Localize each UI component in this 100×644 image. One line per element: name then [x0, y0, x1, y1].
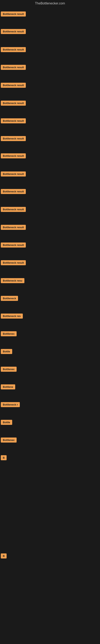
- bottleneck-item: Bottleneck result: [1, 12, 26, 17]
- bottleneck-item: B: [1, 554, 7, 559]
- bottleneck-badge[interactable]: B: [1, 455, 7, 460]
- items-container: [0, 8, 100, 12]
- bottleneck-item: Bottle: [1, 420, 12, 426]
- bottleneck-badge[interactable]: Bottle: [1, 420, 12, 425]
- bottleneck-item: Bottle: [1, 349, 12, 355]
- bottleneck-badge[interactable]: Bottle: [1, 349, 12, 354]
- bottleneck-item: Bottlenec: [1, 331, 17, 337]
- bottleneck-item: Bottleneck result: [1, 29, 26, 35]
- bottleneck-badge[interactable]: Bottlenec: [1, 438, 17, 442]
- bottleneck-item: Bottleneck result: [1, 100, 26, 106]
- bottleneck-badge[interactable]: Bottlenec: [1, 367, 17, 372]
- bottleneck-badge[interactable]: Bottleneck resu: [1, 278, 24, 283]
- bottleneck-item: Bottlenec: [1, 438, 17, 443]
- bottleneck-badge[interactable]: Bottleneck result: [1, 189, 26, 194]
- bottleneck-badge[interactable]: Bottleneck result: [1, 12, 26, 16]
- bottleneck-item: Bottleneck result: [1, 65, 26, 71]
- bottleneck-badge[interactable]: Bottleneck result: [1, 29, 26, 34]
- bottleneck-item: Bottleneck result: [1, 207, 26, 213]
- bottleneck-item: Bottleneck: [1, 296, 18, 302]
- bottleneck-item: Bottleneck result: [1, 118, 26, 124]
- bottleneck-badge[interactable]: Bottlene: [1, 384, 15, 390]
- bottleneck-item: Bottleneck result: [1, 153, 26, 159]
- bottleneck-item: Bottleneck resu: [1, 278, 24, 284]
- bottleneck-badge[interactable]: Bottleneck result: [1, 65, 26, 70]
- bottleneck-badge[interactable]: Bottleneck result: [1, 153, 26, 158]
- bottleneck-item: Bottleneck result: [1, 260, 26, 266]
- bottleneck-item: Bottleneck result: [1, 136, 26, 142]
- bottleneck-badge[interactable]: Bottleneck result: [1, 118, 26, 123]
- bottleneck-item: Bottleneck result: [1, 172, 26, 177]
- bottleneck-item: Bottleneck result: [1, 225, 26, 231]
- bottleneck-item: Bottleneck result: [1, 83, 26, 88]
- bottleneck-badge[interactable]: Bottleneck result: [1, 225, 26, 230]
- bottleneck-badge[interactable]: Bottleneck r: [1, 402, 20, 407]
- bottleneck-badge[interactable]: Bottleneck result: [1, 47, 26, 52]
- bottleneck-badge[interactable]: Bottleneck result: [1, 260, 26, 265]
- bottleneck-badge[interactable]: Bottleneck result: [1, 207, 26, 212]
- bottleneck-badge[interactable]: Bottlenec: [1, 331, 17, 336]
- bottleneck-badge[interactable]: Bottleneck result: [1, 242, 26, 248]
- site-title: TheBottlenecker.com: [0, 0, 100, 8]
- bottleneck-badge[interactable]: Bottleneck result: [1, 172, 26, 176]
- bottleneck-item: Bottleneck res: [1, 314, 23, 320]
- bottleneck-item: Bottlene: [1, 384, 15, 390]
- bottleneck-badge[interactable]: B: [1, 554, 7, 558]
- bottleneck-badge[interactable]: Bottleneck result: [1, 83, 26, 88]
- bottleneck-item: Bottleneck result: [1, 242, 26, 248]
- bottleneck-item: Bottlenec: [1, 367, 17, 372]
- bottleneck-badge[interactable]: Bottleneck res: [1, 314, 23, 318]
- bottleneck-item: Bottleneck result: [1, 189, 26, 195]
- bottleneck-badge[interactable]: Bottleneck: [1, 296, 18, 301]
- bottleneck-item: B: [1, 455, 7, 461]
- bottleneck-item: Bottleneck result: [1, 47, 26, 53]
- bottleneck-badge[interactable]: Bottleneck result: [1, 136, 26, 141]
- bottleneck-badge[interactable]: Bottleneck result: [1, 100, 26, 106]
- bottleneck-item: Bottleneck r: [1, 402, 20, 408]
